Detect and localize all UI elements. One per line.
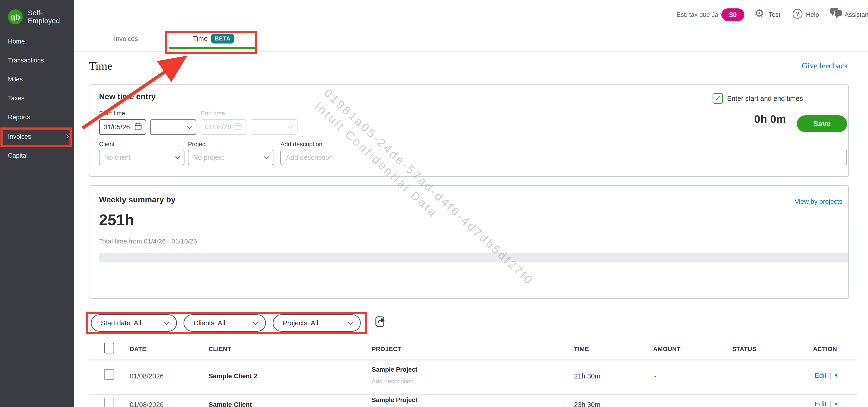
enter-times-checkbox[interactable]: ✓ — [713, 93, 723, 104]
cell-project: Sample Project — [372, 397, 417, 404]
brand: qb Self-Employed — [8, 9, 74, 25]
export-icon[interactable] — [375, 315, 386, 329]
col-header-status[interactable]: STATUS — [732, 345, 756, 353]
sidebar-item-capital[interactable]: Capital — [8, 152, 28, 159]
cell-time: 23h 30m — [574, 401, 600, 407]
weekly-date-range: Total time from 01/4/26 - 01/10/26 — [99, 238, 197, 245]
filter-clients[interactable]: Clients: All — [184, 314, 266, 332]
project-select[interactable]: No project — [188, 150, 273, 165]
assistant-icon[interactable] — [830, 7, 843, 20]
brand-name: Self-Employed — [28, 9, 74, 25]
weekly-summary-title: Weekly summary by — [99, 195, 175, 204]
filter-clients-label: Clients: All — [194, 319, 225, 327]
chevron-down-icon — [175, 155, 180, 159]
cell-date: 01/08/2026 — [130, 372, 164, 380]
tab-invoices[interactable]: Invoices — [110, 35, 142, 42]
edit-dropdown-caret-icon[interactable]: ▾ — [835, 401, 838, 407]
edit-link[interactable]: Edit — [815, 400, 826, 407]
description-placeholder: Add description — [286, 154, 841, 161]
weekly-summary-card: Weekly summary by View by projects 251h … — [89, 185, 849, 299]
chevron-down-icon — [253, 320, 258, 325]
cell-client: Sample Client 2 — [209, 372, 257, 380]
row-checkbox[interactable] — [104, 398, 114, 407]
help-label[interactable]: Help — [806, 11, 819, 19]
gear-icon[interactable]: ⚙ — [754, 6, 764, 20]
end-hour-select-disabled[interactable] — [251, 119, 298, 135]
cell-client: Sample Client — [209, 401, 252, 407]
col-header-client[interactable]: CLIENT — [209, 345, 231, 353]
calendar-icon — [134, 122, 142, 132]
edit-link[interactable]: Edit — [815, 372, 826, 379]
row-action: Edit | ▾ — [815, 400, 838, 407]
col-header-amount[interactable]: AMOUNT — [653, 345, 681, 353]
weekly-total-hours: 251h — [99, 211, 134, 229]
give-feedback-link[interactable]: Give feedback — [802, 61, 848, 70]
sidebar: qb Self-Employed Home Transactions Miles… — [0, 0, 74, 407]
row-action: Edit | ▾ — [815, 371, 838, 379]
start-hour-select[interactable] — [150, 119, 196, 135]
start-date-input[interactable]: 01/05/26 — [99, 119, 146, 135]
chevron-right-icon: › — [66, 131, 69, 141]
cell-amount: - — [654, 401, 657, 407]
active-tab-underline — [169, 47, 255, 49]
filter-projects[interactable]: Projects: All — [273, 314, 361, 332]
card-title: New time entry — [99, 92, 156, 101]
calendar-icon — [234, 122, 242, 132]
sidebar-item-reports[interactable]: Reports — [8, 114, 30, 121]
filter-start-date[interactable]: Start date: All — [91, 314, 177, 332]
tab-time-label: Time — [193, 35, 208, 42]
filter-start-date-label: Start date: All — [101, 319, 142, 327]
chevron-down-icon — [164, 320, 169, 325]
est-tax-amount-badge[interactable]: $0 — [721, 8, 744, 21]
chevron-down-icon — [264, 155, 269, 159]
assistant-label[interactable]: Assistant — [845, 11, 868, 19]
filter-projects-label: Projects: All — [283, 319, 318, 327]
quickbooks-logo-icon: qb — [8, 9, 23, 24]
app-window: qb Self-Employed Home Transactions Miles… — [0, 0, 868, 407]
client-select-value: No client — [104, 154, 176, 161]
cell-date: 01/08/2026 — [130, 401, 164, 407]
start-time-label: Start time — [99, 110, 125, 117]
client-label: Client — [99, 141, 115, 148]
table-row-divider — [89, 394, 857, 395]
project-label: Project — [188, 141, 207, 148]
start-date-value: 01/05/26 — [103, 123, 134, 131]
select-all-checkbox[interactable] — [104, 343, 114, 353]
cell-time: 21h 30m — [574, 372, 600, 380]
view-by-projects-link[interactable]: View by projects — [795, 198, 842, 205]
settings-label[interactable]: Test — [769, 11, 780, 19]
weekly-summary-bar — [99, 252, 848, 263]
description-input[interactable]: Add description — [280, 150, 847, 165]
tabbar-divider — [74, 51, 868, 52]
page-title: Time — [89, 59, 112, 72]
tab-time[interactable]: Time BETA — [193, 34, 234, 43]
sidebar-item-miles[interactable]: Miles — [8, 76, 23, 83]
sidebar-item-taxes[interactable]: Taxes — [8, 95, 25, 102]
project-select-value: No project — [193, 154, 265, 161]
chevron-down-icon — [288, 124, 293, 129]
beta-badge: BETA — [211, 34, 234, 43]
action-divider: | — [830, 371, 832, 379]
chevron-down-icon — [348, 320, 353, 325]
col-header-project[interactable]: PROJECT — [372, 345, 401, 353]
col-header-date[interactable]: DATE — [130, 345, 146, 353]
sidebar-item-invoices[interactable]: Invoices — [8, 133, 31, 140]
end-time-label: End time — [201, 110, 225, 117]
client-select[interactable]: No client — [99, 150, 184, 165]
sidebar-item-home[interactable]: Home — [8, 38, 25, 45]
enter-times-checkbox-label: Enter start and end times — [727, 95, 803, 102]
chevron-down-icon — [187, 124, 192, 129]
new-time-entry-card: New time entry ✓ Enter start and end tim… — [89, 84, 849, 177]
cell-project-description[interactable]: Add description — [372, 378, 414, 385]
description-label: Add description — [280, 141, 322, 148]
sidebar-item-transactions[interactable]: Transactions — [8, 57, 44, 64]
help-icon[interactable]: ? — [793, 9, 802, 19]
cell-amount: - — [654, 372, 657, 380]
action-divider: | — [830, 400, 832, 407]
table-header-divider — [89, 360, 857, 361]
row-checkbox[interactable] — [104, 369, 114, 380]
end-date-input-disabled[interactable]: 01/08/26 — [200, 119, 246, 135]
save-button[interactable]: Save — [797, 115, 847, 132]
col-header-time[interactable]: TIME — [574, 345, 589, 353]
edit-dropdown-caret-icon[interactable]: ▾ — [835, 372, 838, 379]
